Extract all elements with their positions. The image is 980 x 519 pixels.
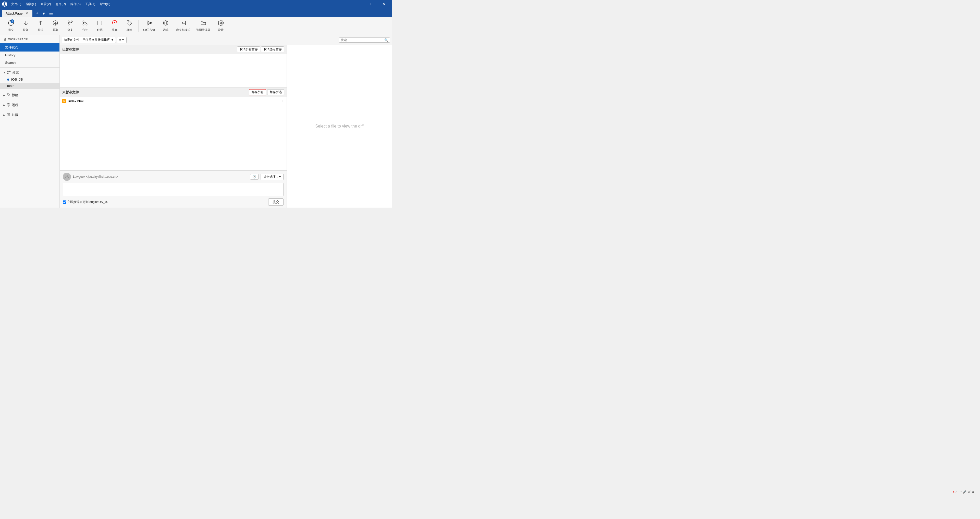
branch-section-label: 分支 bbox=[12, 70, 19, 75]
svg-point-28 bbox=[7, 73, 8, 74]
svg-point-30 bbox=[8, 94, 8, 95]
right-panel: Select a file to view the diff bbox=[287, 45, 392, 208]
stashed-files-section: 已暂存文件 取消所有暂存 取消选定暂存 bbox=[60, 45, 286, 87]
file-stage-icon[interactable]: + bbox=[282, 99, 284, 103]
tab-dropdown-button[interactable]: ▾ bbox=[41, 10, 46, 17]
toolbar-settings[interactable]: 设置 bbox=[214, 19, 228, 33]
stash-all-button[interactable]: 暂存所有 bbox=[249, 89, 266, 95]
menu-repo[interactable]: 仓库(R) bbox=[53, 2, 68, 7]
remote-expand-icon: ▶ bbox=[3, 104, 5, 106]
sidebar-section-tags[interactable]: ▶ 标签 bbox=[0, 91, 59, 99]
settings-label: 设置 bbox=[218, 28, 224, 32]
sidebar-branch-main[interactable]: main bbox=[0, 83, 59, 89]
fetch-icon bbox=[52, 20, 59, 27]
maximize-button[interactable]: □ bbox=[366, 0, 378, 8]
push-checkbox-input[interactable] bbox=[63, 200, 66, 204]
svg-point-1 bbox=[4, 3, 5, 4]
view-mode-button[interactable]: ≡ ▼ bbox=[117, 37, 127, 43]
commit-submit-button[interactable]: 提交 bbox=[268, 198, 283, 206]
pull-label: 拉取 bbox=[23, 28, 29, 32]
settings-icon bbox=[218, 20, 224, 27]
toolbar-fetch[interactable]: 获取 bbox=[48, 19, 62, 33]
toolbar-branch[interactable]: 分支 bbox=[63, 19, 77, 33]
branch-main-label: main bbox=[7, 84, 14, 88]
stashed-header: 已暂存文件 取消所有暂存 取消选定暂存 bbox=[60, 45, 286, 54]
toolbar-remote[interactable]: 远端 bbox=[159, 19, 172, 33]
stash-icon bbox=[97, 20, 103, 27]
remote-section-icon bbox=[6, 103, 10, 107]
toolbar-gitflow[interactable]: Git工作流 bbox=[141, 19, 158, 33]
tab-attackpage[interactable]: AttackPage ✕ bbox=[2, 10, 32, 17]
search-input[interactable] bbox=[341, 38, 384, 42]
remote-icon bbox=[162, 20, 169, 27]
toolbar-push[interactable]: 推送 bbox=[34, 19, 48, 33]
sidebar-item-file-status[interactable]: 文件状态 bbox=[0, 43, 59, 51]
merge-icon bbox=[82, 20, 88, 27]
pull-icon bbox=[23, 20, 29, 27]
left-panel: 已暂存文件 取消所有暂存 取消选定暂存 未暂存文件 暂存所有 暂存所选 bbox=[60, 45, 287, 208]
sidebar: 🖥 WORKSPACE 文件状态 History Search ▼ 分支 iOS… bbox=[0, 35, 60, 208]
gitflow-label: Git工作流 bbox=[143, 28, 155, 32]
sort-label: 待定的文件，已依照文件状态排序 bbox=[64, 38, 110, 42]
commit-label: 提交 bbox=[8, 28, 14, 32]
menu-action[interactable]: 操作(A) bbox=[68, 2, 83, 7]
sort-button[interactable]: 待定的文件，已依照文件状态排序 ▼ bbox=[62, 37, 116, 43]
stash-label: 贮藏 bbox=[97, 28, 103, 32]
file-row-index-html[interactable]: M index.html + bbox=[60, 97, 286, 105]
fetch-label: 获取 bbox=[52, 28, 58, 32]
file-modified-icon: M bbox=[62, 99, 66, 103]
history-clock-icon: 🕐 bbox=[252, 175, 256, 179]
svg-point-26 bbox=[220, 22, 221, 24]
close-button[interactable]: ✕ bbox=[378, 0, 390, 8]
stashed-files-list bbox=[60, 54, 286, 87]
tags-section-label: 标签 bbox=[12, 93, 18, 97]
tab-label: AttackPage bbox=[6, 11, 23, 15]
svg-point-27 bbox=[7, 71, 8, 71]
stash-expand-icon: ▶ bbox=[3, 114, 5, 117]
sidebar-item-history[interactable]: History bbox=[0, 51, 59, 59]
unstash-selected-button[interactable]: 取消选定暂存 bbox=[261, 46, 284, 52]
new-tab-button[interactable]: + bbox=[35, 10, 40, 17]
sidebar-section-branches[interactable]: ▼ 分支 bbox=[0, 68, 59, 76]
unstashed-files-list: M index.html + bbox=[60, 97, 286, 123]
commit-message-textarea[interactable] bbox=[63, 183, 283, 196]
search-box[interactable]: 🔍 bbox=[339, 38, 390, 43]
unstashed-files-section: 未暂存文件 暂存所有 暂存所选 M index.html + bbox=[60, 87, 286, 123]
menu-bar: 文件(F) 编辑(E) 查看(V) 仓库(R) 操作(A) 工具(T) 帮助(H… bbox=[9, 2, 112, 7]
push-label: 立即推送变更到 origin/iOS_JS bbox=[67, 200, 108, 204]
sidebar-branch-ios-js[interactable]: iOS_JS bbox=[0, 76, 59, 83]
toolbar-stash[interactable]: 贮藏 bbox=[93, 19, 107, 33]
menu-view[interactable]: 查看(V) bbox=[38, 2, 53, 7]
remote-section-label: 远程 bbox=[12, 103, 18, 107]
menu-help[interactable]: 帮助(H) bbox=[98, 2, 112, 7]
menu-file[interactable]: 文件(F) bbox=[9, 2, 23, 7]
sidebar-section-remote[interactable]: ▶ 远程 bbox=[0, 101, 59, 109]
toolbar-terminal[interactable]: 命令行模式 bbox=[173, 19, 192, 33]
terminal-icon bbox=[180, 20, 186, 27]
menu-icon[interactable]: ☰ bbox=[48, 10, 55, 17]
toolbar-pull[interactable]: 拉取 bbox=[19, 19, 33, 33]
svg-point-16 bbox=[114, 22, 115, 23]
unstash-all-button[interactable]: 取消所有暂存 bbox=[237, 46, 260, 52]
toolbar-commit[interactable]: 1 提交 bbox=[4, 19, 18, 33]
toolbar-tag[interactable]: 标签 bbox=[123, 19, 136, 33]
branch-icon bbox=[67, 20, 73, 27]
menu-tools[interactable]: 工具(T) bbox=[83, 2, 97, 7]
sidebar-section-stash[interactable]: ▶ 贮藏 bbox=[0, 111, 59, 119]
menu-edit[interactable]: 编辑(E) bbox=[24, 2, 38, 7]
branch-expand-icon: ▼ bbox=[3, 71, 6, 74]
toolbar-merge[interactable]: 合并 bbox=[78, 19, 92, 33]
terminal-label: 命令行模式 bbox=[176, 28, 190, 32]
toolbar-explorer[interactable]: 资源管理器 bbox=[194, 19, 213, 33]
commit-history-button[interactable]: 🕐 bbox=[250, 174, 259, 179]
minimize-button[interactable]: ─ bbox=[354, 0, 366, 8]
titlebar: 文件(F) 编辑(E) 查看(V) 仓库(R) 操作(A) 工具(T) 帮助(H… bbox=[0, 0, 392, 8]
sidebar-item-search[interactable]: Search bbox=[0, 59, 59, 66]
tab-close-icon[interactable]: ✕ bbox=[25, 11, 29, 15]
sidebar-divider-3 bbox=[0, 100, 59, 100]
sort-dropdown-icon: ▼ bbox=[111, 38, 114, 41]
toolbar-discard[interactable]: 丢弃 bbox=[108, 19, 121, 33]
push-immediately-checkbox[interactable]: 立即推送变更到 origin/iOS_JS bbox=[63, 200, 108, 204]
commit-options-button[interactable]: 提交选项... ▾ bbox=[261, 174, 283, 180]
stash-selected-button[interactable]: 暂存所选 bbox=[267, 89, 284, 95]
